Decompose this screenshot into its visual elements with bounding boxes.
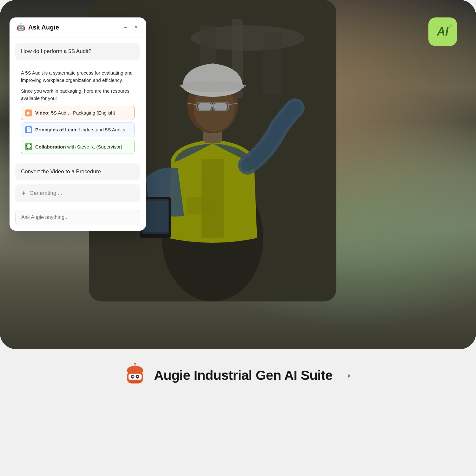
augie-bot-icon [123,363,147,387]
resource-collab-rest: with Steve K. (Supervisor) [67,144,122,149]
user-message-1-text: How do I perform a 5S Audit? [21,48,91,54]
svg-point-34 [134,363,136,364]
chat-header-left: 🤖 Ask Augie [17,23,59,31]
minimize-button[interactable]: − [123,24,129,31]
svg-rect-32 [130,381,141,382]
header-controls: − × [123,24,139,31]
chat-input[interactable] [15,210,140,225]
chat-title: Ask Augie [28,24,59,31]
svg-point-31 [137,376,138,377]
generating-message: ✦ Generating ... [15,184,140,202]
ai-badge[interactable]: AI + [428,17,457,46]
resource-video[interactable]: ▶ Video: 5S Audit - Packaging (English) [21,106,135,120]
user-message-2-text: Convert the Video to a Procedure [21,169,101,175]
robot-icon: 🤖 [17,23,25,31]
chat-panel: 🤖 Ask Augie − × How do I perform a 5S Au… [10,17,146,231]
bottom-title: Augie Industrial Gen AI Suite [154,368,333,383]
ai-badge-plus: + [449,23,453,30]
svg-point-30 [132,376,134,377]
close-button[interactable]: × [133,24,139,31]
resource-video-bold: Video: [35,110,50,116]
resource-video-rest: 5S Audit - Packaging (English) [51,110,116,116]
ai-badge-content: AI + [437,25,448,38]
resource-doc-bold: Principles of Lean: [35,127,78,132]
chat-header: 🤖 Ask Augie − × [10,17,146,37]
user-message-2: Convert the Video to a Procedure [15,163,140,180]
resource-document[interactable]: 📄 Principles of Lean: Understand 5S Audi… [21,122,135,137]
ai-intro-1: A 5S Audit is a systematic process for e… [21,69,135,84]
svg-rect-27 [129,374,142,380]
svg-rect-35 [131,382,139,384]
resource-doc-text: Principles of Lean: Understand 5S Audits [35,126,125,133]
resource-collab-text: Collaboration with Steve K. (Supervisor) [35,143,122,150]
resource-doc-rest: Understand 5S Audits [79,127,125,132]
collab-icon: 💬 [25,143,32,150]
messages-area: How do I perform a 5S Audit? A 5S Audit … [10,37,146,206]
video-icon: ▶ [25,109,32,116]
ai-intro-2: Since you work in packaging, here are th… [21,87,135,102]
bottom-bar: Augie Industrial Gen AI Suite → [0,363,476,387]
input-area [10,206,146,231]
sparkle-icon: ✦ [21,189,26,197]
document-icon: 📄 [25,126,32,133]
resource-collab-bold: Collaboration [35,144,66,149]
resource-collab[interactable]: 💬 Collaboration with Steve K. (Superviso… [21,140,135,154]
ai-message-1: A 5S Audit is a systematic process for e… [15,64,140,159]
bottom-arrow: → [340,368,353,383]
ai-badge-text: AI [437,25,448,38]
user-message-1: How do I perform a 5S Audit? [15,43,140,60]
resource-video-text: Video: 5S Audit - Packaging (English) [35,109,115,116]
generating-text: Generating ... [30,190,62,196]
